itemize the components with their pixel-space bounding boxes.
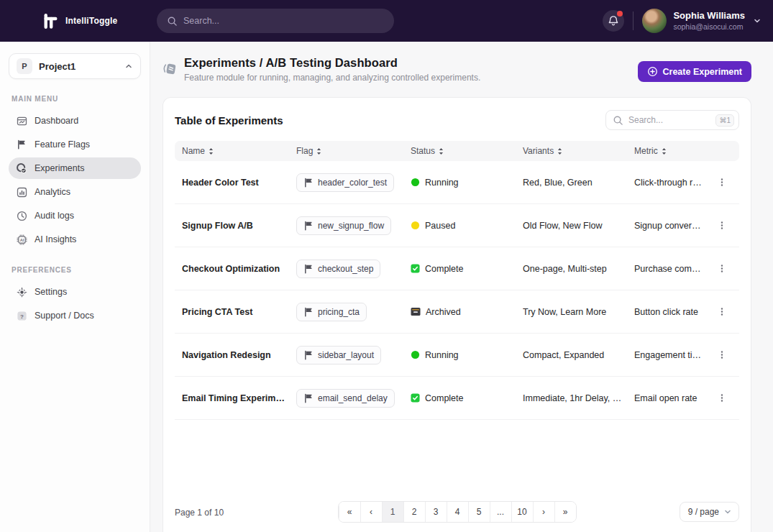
page-button[interactable]: » <box>554 502 576 522</box>
cell-variants: Red, Blue, Green <box>523 178 634 188</box>
cell-experiment-name: Checkout Optimization <box>182 264 296 274</box>
cell-variants: Immediate, 1hr Delay, 3hr... <box>523 393 634 403</box>
create-experiment-label: Create Experiment <box>663 67 742 77</box>
cell-flag: header_color_test <box>296 173 411 192</box>
cell-flag: email_send_delay <box>296 389 411 408</box>
running-icon <box>411 350 420 359</box>
cell-experiment-name: Navigation Redesign <box>182 350 296 360</box>
column-header[interactable]: Name <box>182 146 296 156</box>
flag-key-label: header_color_test <box>318 178 387 188</box>
table-search-placeholder: Search... <box>628 115 710 125</box>
complete-icon <box>411 264 420 273</box>
sidebar-item-label: Feature Flags <box>35 139 90 150</box>
sidebar-item[interactable]: Experiments <box>9 157 141 179</box>
sort-icon <box>439 147 444 155</box>
flag-icon <box>303 264 314 274</box>
flag-icon <box>303 178 314 188</box>
sort-icon <box>316 147 321 155</box>
row-actions-button[interactable] <box>712 174 732 191</box>
experiments-icon <box>16 162 27 174</box>
table-row: Pricing CTA Test pricing_cta Archived Tr… <box>175 290 739 334</box>
create-experiment-button[interactable]: Create Experiment <box>638 61 751 82</box>
project-selector[interactable]: P Project1 <box>9 53 141 79</box>
page-size-select[interactable]: 9 / page <box>680 502 739 522</box>
table-row: Navigation Redesign sidebar_layout Runni… <box>175 334 739 377</box>
page-button[interactable]: 10 <box>511 502 533 522</box>
sidebar-item-label: Audit logs <box>35 211 74 221</box>
row-actions-button[interactable] <box>712 390 732 406</box>
flag-chip[interactable]: email_send_delay <box>296 389 395 408</box>
dashboard-icon <box>16 116 27 127</box>
search-icon <box>167 16 178 27</box>
row-actions-button[interactable] <box>712 260 732 277</box>
table-row: Email Timing Experiment email_send_delay… <box>175 377 739 420</box>
user-email: sophia@aisocui.com <box>673 22 745 32</box>
sidebar-item[interactable]: AI AI Insights <box>9 229 141 250</box>
flag-chip[interactable]: new_signup_flow <box>296 216 391 235</box>
cell-status: Running <box>411 178 523 188</box>
page-size-value: 9 / page <box>688 507 719 517</box>
column-header[interactable]: Flag <box>296 146 411 156</box>
sidebar-item[interactable]: Audit logs <box>9 205 141 226</box>
cell-status: Complete <box>411 393 523 403</box>
sidebar-item[interactable]: Dashboard <box>9 110 141 132</box>
cell-metric: Button click rate <box>634 307 712 317</box>
page-button[interactable]: 5 <box>468 502 490 522</box>
page-button[interactable]: 3 <box>425 502 447 522</box>
flag-chip[interactable]: pricing_cta <box>296 303 367 321</box>
flag-key-label: checkout_step <box>318 264 373 274</box>
page-button[interactable]: ‹ <box>360 502 382 522</box>
page-button[interactable]: « <box>339 502 360 522</box>
page-button[interactable]: ... <box>490 502 511 522</box>
flag-chip[interactable]: sidebar_layout <box>296 346 381 364</box>
cell-metric: Click-through rate <box>634 178 712 188</box>
cell-flag: sidebar_layout <box>296 346 411 364</box>
global-search-input[interactable]: Search... <box>157 9 394 33</box>
row-actions-button[interactable] <box>712 217 732 234</box>
sidebar: P Project1 MAIN MENU Dashboard Feature F… <box>0 42 150 532</box>
flag-chip[interactable]: checkout_step <box>296 260 380 278</box>
table-header-row: Name Flag Status Variants <box>175 141 739 161</box>
sidebar-item[interactable]: ? Support / Docs <box>9 305 141 326</box>
page-button[interactable]: 2 <box>403 502 425 522</box>
column-header-label: Status <box>411 146 435 156</box>
sidebar-item[interactable]: Analytics <box>9 181 141 203</box>
flag-chip[interactable]: header_color_test <box>296 173 394 192</box>
audit-icon <box>16 211 27 221</box>
column-header[interactable]: Metric <box>634 146 712 156</box>
page-title: Experiments / A/B Testing Dashboard <box>184 56 480 70</box>
row-actions-button[interactable] <box>712 347 732 363</box>
cell-experiment-name: Signup Flow A/B <box>182 221 296 231</box>
main-menu-label: MAIN MENU <box>12 95 138 103</box>
status-label: Complete <box>425 264 464 274</box>
cell-status: Paused <box>411 221 523 231</box>
page-button[interactable]: 1 <box>382 502 403 522</box>
flag-key-label: new_signup_flow <box>318 221 384 231</box>
user-menu[interactable]: Sophia Williams sophia@aisocui.com <box>642 9 761 33</box>
flag-icon <box>303 350 314 360</box>
cell-experiment-name: Pricing CTA Test <box>182 307 296 317</box>
cell-metric: Email open rate <box>634 393 712 403</box>
row-actions-button[interactable] <box>712 303 732 320</box>
topbar-divider <box>633 12 634 30</box>
column-header-label: Metric <box>634 146 658 156</box>
column-header[interactable]: Status <box>411 146 523 156</box>
page-button[interactable]: 4 <box>447 502 468 522</box>
column-header[interactable]: Variants <box>523 146 634 156</box>
archived-icon <box>411 307 421 316</box>
flag-icon <box>303 393 314 403</box>
plus-circle-icon <box>647 66 658 77</box>
page-button[interactable]: › <box>533 502 554 522</box>
cell-flag: checkout_step <box>296 260 411 278</box>
notifications-button[interactable] <box>603 10 624 32</box>
ai-icon: AI <box>16 234 27 245</box>
sidebar-item[interactable]: Settings <box>9 281 141 303</box>
search-shortcut-badge: ⌘1 <box>715 114 734 127</box>
sidebar-item[interactable]: Feature Flags <box>9 134 141 155</box>
running-icon <box>411 178 420 187</box>
table-search-input[interactable]: Search... ⌘1 <box>605 110 739 130</box>
status-label: Running <box>425 178 459 188</box>
flag-icon <box>303 307 314 317</box>
notification-badge <box>617 11 623 17</box>
cell-status: Archived <box>411 307 523 317</box>
